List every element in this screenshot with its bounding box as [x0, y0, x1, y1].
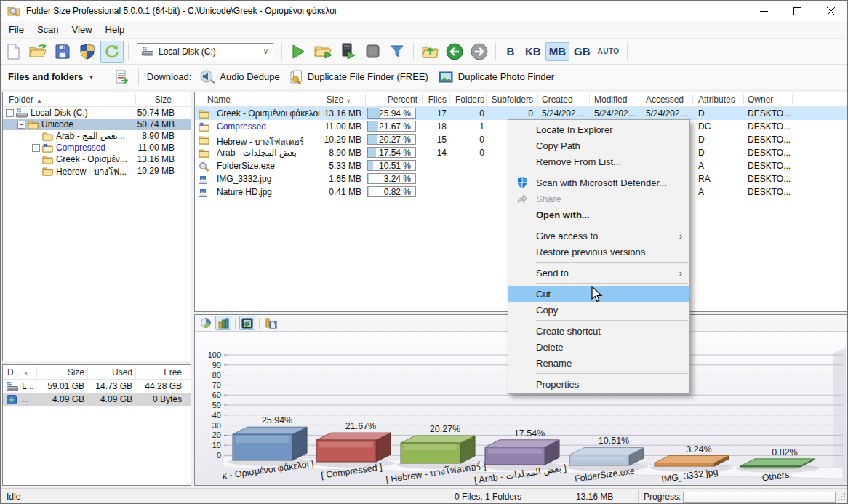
download-label: Download:	[147, 71, 191, 82]
unit-bytes-button[interactable]: B	[500, 42, 521, 61]
close-button[interactable]	[814, 1, 847, 21]
promo-duplicate-file-finder[interactable]: Duplicate File Finder (FREE)	[290, 70, 428, 84]
column-header-attributes[interactable]: Attributes	[698, 95, 735, 105]
context-menu-item-locate-in-explorer[interactable]: Locate In Explorer	[508, 121, 689, 137]
column-header-created[interactable]: Created	[542, 95, 573, 105]
stop-button[interactable]	[361, 41, 384, 63]
duplicate-photo-finder-icon	[439, 71, 454, 84]
secondary-toolbar: Files and folders ▾ Download: Audio Dedu…	[1, 65, 847, 89]
promo-duplicate-photo-finder[interactable]: Duplicate Photo Finder	[439, 71, 554, 84]
context-menu-item-give-access-to[interactable]: Give access to›	[508, 228, 689, 244]
refresh-button[interactable]	[100, 41, 124, 63]
image-icon	[199, 188, 207, 197]
view-mode-selector[interactable]: Files and folders ▾	[1, 67, 100, 87]
collapse-icon[interactable]: −	[6, 109, 14, 117]
y-axis-tick-label: 0	[217, 451, 221, 460]
folder-icon	[42, 132, 53, 141]
scan-computer-button[interactable]	[336, 41, 359, 63]
drive-used-column-header[interactable]: Used	[89, 367, 132, 377]
file-size: 8.90 MB	[304, 148, 361, 158]
filter-icon	[390, 44, 404, 59]
menu-view[interactable]: View	[65, 21, 99, 38]
column-header-folders[interactable]: Folders	[451, 95, 484, 105]
new-session-button[interactable]	[1, 41, 25, 63]
file-size: 11.00 MB	[304, 121, 361, 132]
pie-chart-icon	[200, 317, 212, 329]
column-header-subfolders[interactable]: Subfolders	[487, 95, 533, 105]
maximize-button[interactable]	[780, 1, 814, 21]
menu-file[interactable]: File	[2, 21, 31, 38]
file-owner: DESKTO...	[748, 161, 791, 171]
unit-kb-button[interactable]: KB	[522, 42, 544, 61]
file-files-count: 17	[422, 108, 447, 119]
context-menu-item-open-with[interactable]: Open with...	[508, 207, 689, 223]
open-button[interactable]	[26, 41, 49, 63]
file-row[interactable]: Greek - Ορισμένοι φάκελοι13.16 MB25.94 %…	[195, 107, 847, 120]
drive-row[interactable]: L...59.01 GB14.73 GB44.28 GB	[3, 380, 191, 393]
context-menu-item-send-to[interactable]: Send to›	[508, 265, 689, 281]
menu-item-label: Cut	[536, 289, 689, 300]
tree-item-size: 50.74 MB	[137, 119, 175, 129]
pie-chart-button[interactable]	[198, 316, 214, 330]
tree-item[interactable]: −Local Disk (C:)50.74 MB	[3, 107, 191, 119]
unit-gb-button[interactable]: GB	[571, 42, 593, 61]
drive-name-column-header[interactable]: D...∧	[7, 367, 28, 377]
scan-folder-button[interactable]	[311, 41, 335, 63]
chart-bar: 3.24%IMG_3332.jpg	[655, 444, 729, 485]
promo-audio-dedupe[interactable]: Audio Dedupe	[200, 70, 279, 84]
save-chart-button[interactable]	[263, 316, 279, 330]
context-menu-item-restore-previous-versions[interactable]: Restore previous versions	[508, 244, 689, 260]
promo-label: Audio Dedupe	[220, 71, 279, 82]
drive-selector[interactable]: Local Disk (C:) ∨	[137, 43, 273, 60]
filter-button[interactable]	[385, 41, 409, 63]
y-axis-tick-label: 10	[212, 441, 221, 449]
context-menu-item-create-shortcut[interactable]: Create shortcut	[508, 323, 689, 339]
sort-ascending-icon: ▲	[36, 97, 42, 104]
unit-mb-button[interactable]: MB	[545, 42, 569, 61]
tree-folder-column-header[interactable]: Folder▲	[9, 95, 42, 105]
up-folder-button[interactable]	[418, 41, 441, 63]
file-owner: DESKTO...	[748, 187, 791, 197]
drive-size-column-header[interactable]: Size	[38, 367, 84, 377]
unit-auto-button[interactable]: AUTO	[595, 42, 623, 61]
tree-size-column-header[interactable]: Size	[155, 95, 172, 105]
menu-scan[interactable]: Scan	[31, 21, 65, 38]
tree-item[interactable]: −Unicode50.74 MB	[3, 119, 191, 130]
context-menu-item-properties[interactable]: Properties	[508, 376, 689, 392]
view-mode-label: Files and folders	[8, 71, 83, 82]
context-menu-item-remove-from-list[interactable]: Remove From List...	[508, 153, 689, 169]
file-size: 10.29 MB	[304, 135, 361, 145]
drive-row[interactable]: ...4.09 GB4.09 GB0 Bytes	[3, 393, 191, 406]
tree-item[interactable]: Arab - بعض المج...8.90 MB	[3, 130, 191, 142]
tree-item[interactable]: Hebrew - บางโฟ...10.29 MB	[3, 165, 191, 177]
export-report-button[interactable]	[111, 66, 134, 88]
bar-chart-button[interactable]	[215, 316, 231, 330]
context-menu-item-copy-path[interactable]: Copy Path	[508, 137, 689, 153]
column-header-modified[interactable]: Modified	[594, 95, 627, 105]
save-button[interactable]	[51, 41, 74, 63]
column-header-percent[interactable]: Percent	[367, 95, 417, 105]
column-header-name[interactable]: Name	[207, 95, 231, 105]
context-menu-item-rename[interactable]: Rename	[508, 355, 689, 371]
percent-value: 10.51 %	[379, 161, 411, 171]
column-header-size[interactable]: Size∨	[304, 95, 351, 105]
expand-icon[interactable]: +	[32, 144, 40, 152]
resize-grip[interactable]	[837, 492, 846, 503]
tree-item[interactable]: +Compressed11.00 MB	[3, 142, 191, 153]
scan-start-button[interactable]	[287, 41, 310, 63]
context-menu-item-scan-with-microsoft-defender[interactable]: Scan with Microsoft Defender...	[508, 175, 689, 191]
drive-icon	[16, 108, 28, 118]
back-button[interactable]	[443, 41, 466, 63]
collapse-icon[interactable]: −	[17, 121, 25, 129]
chart-options-button[interactable]	[239, 316, 255, 330]
forward-button[interactable]	[468, 41, 491, 63]
column-header-accessed[interactable]: Accessed	[646, 95, 684, 105]
menu-help[interactable]: Help	[99, 21, 132, 38]
context-menu-item-delete[interactable]: Delete	[508, 339, 689, 355]
minimize-button[interactable]	[747, 1, 780, 21]
drive-free-column-header[interactable]: Free	[137, 367, 182, 377]
scan-folder-icon	[314, 44, 332, 59]
menu-item-label: Remove From List...	[536, 156, 689, 167]
elevate-button[interactable]	[76, 41, 99, 63]
column-header-owner[interactable]: Owner	[748, 95, 773, 105]
